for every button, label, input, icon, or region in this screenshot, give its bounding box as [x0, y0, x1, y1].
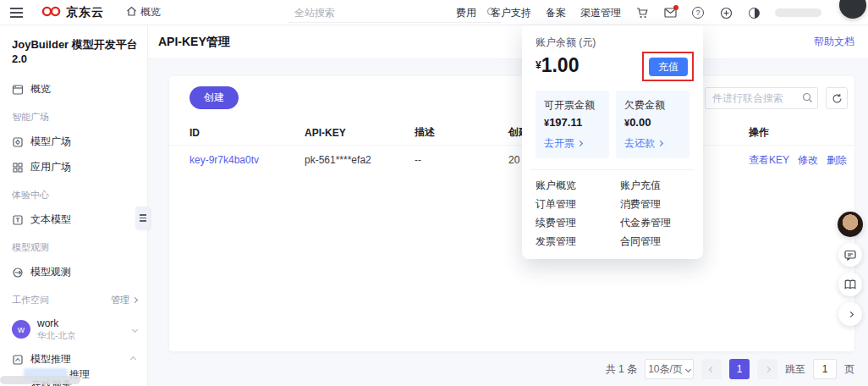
page-title: API-KEY管理: [158, 35, 230, 50]
docs-button[interactable]: [838, 273, 862, 296]
sidebar-item-model-inference[interactable]: 模型推理: [12, 352, 147, 367]
balance-value: 1.00: [541, 54, 580, 76]
topbar: 京东云 概览 费用 客户支持 备案 渠道管理 ?: [0, 0, 868, 25]
hamburger-menu-icon[interactable]: [10, 8, 23, 18]
question-mark-icon: ?: [692, 7, 704, 19]
arrears-stat: 欠费金额 ¥0.00 去还款: [616, 91, 689, 158]
menu-account-recharge[interactable]: 账户充值: [620, 180, 689, 191]
mail-unread-badge: [673, 5, 678, 10]
circled-plus-icon[interactable]: [719, 6, 733, 19]
stat-value: 0.00: [629, 116, 651, 129]
table-row: key-9r7k4ba0tv pk-561****efa2 -- 20 查看KE…: [169, 146, 854, 174]
col-header-id: ID: [190, 127, 305, 139]
sidebar-item-label: 概览: [30, 82, 51, 96]
api-key-value: pk-561****efa2: [305, 154, 415, 166]
assistant-avatar[interactable]: [838, 212, 863, 237]
menu-account-overview[interactable]: 账户概览: [536, 180, 620, 191]
help-docs-link[interactable]: 帮助文档: [814, 35, 854, 49]
book-icon: [844, 279, 856, 290]
sidebar-item-model-plaza[interactable]: 模型广场: [12, 135, 147, 149]
sidebar-title: JoyBuilder 模型开发平台2.0: [12, 37, 147, 65]
row-operations: 查看KEY 修改 删除: [749, 153, 854, 168]
sidebar-item-label: 应用广场: [30, 160, 71, 174]
menu-contract-management[interactable]: 合同管理: [620, 236, 689, 247]
stat-label: 欠费金额: [624, 98, 681, 113]
section-label: 智能广场: [12, 111, 49, 124]
cart-icon[interactable]: [635, 6, 649, 19]
jd-cloud-logo[interactable]: 京东云: [41, 5, 104, 20]
jump-page-input[interactable]: [813, 359, 837, 379]
infinity-logo-icon: [41, 6, 62, 19]
stat-label: 可开票金额: [544, 98, 601, 113]
menu-renewal-management[interactable]: 续费管理: [536, 218, 620, 229]
screen: 京东云 概览 费用 客户支持 备案 渠道管理 ?: [0, 0, 868, 386]
section-label: 模型观测: [12, 241, 49, 254]
chat-button[interactable]: [838, 243, 862, 267]
jump-label: 跳至: [785, 362, 805, 377]
sidebar-section-experience-center: 体验中心: [12, 189, 147, 201]
nav-item-support[interactable]: 客户支持: [491, 6, 531, 20]
overview-link[interactable]: 概览: [126, 5, 161, 19]
menu-invoice-management[interactable]: 发票管理: [536, 236, 620, 247]
expand-button[interactable]: [838, 302, 862, 326]
modify-link[interactable]: 修改: [798, 153, 818, 168]
model-plaza-icon: [12, 136, 24, 148]
chevron-up-icon: [130, 356, 136, 362]
invoiceable-stat: 可开票金额 ¥197.11 去开票: [536, 91, 609, 158]
pagination: 共 1 条 10条/页 1 跳至 页: [606, 359, 854, 379]
chevron-left-icon: [708, 366, 714, 372]
balance-stats: 可开票金额 ¥197.11 去开票 欠费金额 ¥0.00 去还款: [536, 91, 689, 158]
menu-consumption-management[interactable]: 消费管理: [620, 199, 689, 210]
sidebar-section-workspace: 工作空间 管理: [12, 294, 147, 306]
menu-voucher-management[interactable]: 代金券管理: [620, 218, 689, 229]
prev-page-button[interactable]: [701, 359, 722, 379]
refresh-icon: [832, 93, 843, 104]
sidebar-item-app-plaza[interactable]: 应用广场: [12, 160, 147, 174]
billing-popup: 账户余额 (元) ¥1.00 充值 可开票金额 ¥197.11 去开票 欠费金额…: [522, 25, 703, 259]
text-model-icon: [12, 214, 24, 226]
table-search-input[interactable]: [705, 87, 818, 109]
workspace-selector[interactable]: w work 华北-北京: [12, 317, 147, 341]
recharge-button[interactable]: 充值: [649, 58, 688, 76]
nav-item-filing[interactable]: 备案: [546, 6, 566, 20]
nav-item-billing[interactable]: 费用: [456, 6, 476, 20]
topbar-nav: 费用 客户支持 备案 渠道管理 ?: [456, 0, 858, 25]
sidebar-item-overview[interactable]: 概览: [12, 82, 147, 96]
stat-value: 197.11: [549, 116, 582, 129]
col-header-api-key: API-KEY: [305, 127, 415, 139]
go-invoice-link[interactable]: 去开票: [544, 136, 601, 151]
sidebar-collapse-handle[interactable]: [135, 207, 150, 229]
sidebar-item-text-model[interactable]: 文本模型: [12, 212, 147, 227]
help-icon[interactable]: ?: [691, 6, 705, 19]
contrast-theme-icon[interactable]: [747, 6, 761, 19]
chevron-down-icon: [132, 327, 138, 333]
create-button[interactable]: 创建: [190, 86, 239, 109]
next-page-button[interactable]: [757, 359, 777, 379]
search-icon[interactable]: [802, 92, 813, 106]
delete-link[interactable]: 删除: [827, 153, 847, 168]
menu-order-management[interactable]: 订单管理: [536, 199, 620, 210]
home-icon: [126, 6, 137, 19]
chevron-down-icon: [685, 366, 691, 372]
username-redacted: [775, 8, 821, 17]
sidebar-item-label: 模型观测: [30, 265, 71, 279]
api-key-card: 创建 ID API-KEY 描述 创建时间 操作 key-9r7k4ba0tv …: [169, 76, 854, 351]
current-page-button[interactable]: 1: [729, 359, 750, 379]
page-size-select[interactable]: 10条/页: [645, 359, 694, 379]
sidebar-item-model-observe[interactable]: 模型观测: [12, 265, 147, 279]
table-header-row: ID API-KEY 描述 创建时间 操作: [169, 120, 854, 146]
workspace-region: 华北-北京: [37, 330, 126, 341]
go-repay-link[interactable]: 去还款: [624, 136, 681, 151]
overview-link-label: 概览: [140, 5, 161, 19]
app-plaza-icon: [12, 162, 24, 174]
chat-bubble-icon: [844, 250, 856, 261]
section-label: 体验中心: [12, 189, 49, 201]
sidebar-section-model-observe: 模型观测: [12, 241, 147, 254]
view-key-link[interactable]: 查看KEY: [749, 153, 789, 168]
nav-item-channel[interactable]: 渠道管理: [580, 6, 621, 20]
workspace-manage-link[interactable]: 管理: [111, 294, 137, 306]
mail-icon[interactable]: [663, 6, 677, 19]
api-key-id-link[interactable]: key-9r7k4ba0tv: [190, 154, 305, 166]
logo-text: 京东云: [66, 5, 104, 20]
refresh-button[interactable]: [826, 87, 848, 109]
